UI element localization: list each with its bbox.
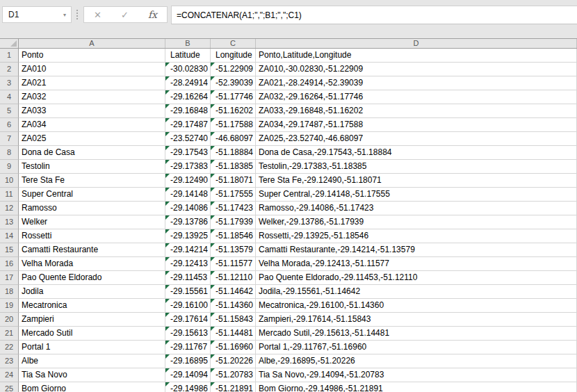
cell-D6[interactable]: ZA034,-29.17487,-51.17588 bbox=[256, 118, 577, 132]
cell-B12[interactable]: -29.14086 bbox=[165, 202, 211, 215]
cell-C24[interactable]: -51.20783 bbox=[211, 368, 256, 382]
row-header-17[interactable]: 17 bbox=[0, 271, 19, 285]
cell-A16[interactable]: Velha Morada bbox=[19, 257, 165, 271]
cell-C20[interactable]: -51.15843 bbox=[211, 313, 256, 327]
row-header-10[interactable]: 10 bbox=[0, 174, 19, 188]
row-header-2[interactable]: 2 bbox=[0, 63, 19, 76]
cell-B15[interactable]: -29.14214 bbox=[165, 243, 211, 257]
cell-D9[interactable]: Testolin,-29.17383,-51.18385 bbox=[256, 160, 577, 174]
cell-B13[interactable]: -29.13786 bbox=[165, 215, 211, 229]
cell-A15[interactable]: Camatti Restaurante bbox=[19, 243, 165, 257]
row-header-11[interactable]: 11 bbox=[0, 188, 19, 202]
cell-D15[interactable]: Camatti Restaurante,-29.14214,-51.13579 bbox=[256, 243, 577, 257]
cell-A6[interactable]: ZA034 bbox=[19, 118, 165, 132]
row-header-20[interactable]: 20 bbox=[0, 313, 19, 327]
cell-D8[interactable]: Dona de Casa,-29.17543,-51.18884 bbox=[256, 146, 577, 160]
cell-A8[interactable]: Dona de Casa bbox=[19, 146, 165, 160]
cell-B14[interactable]: -29.13925 bbox=[165, 229, 211, 243]
cell-B19[interactable]: -29.16100 bbox=[165, 299, 211, 313]
cell-D22[interactable]: Portal 1,-29.11767,-51.16960 bbox=[256, 341, 577, 354]
row-header-1[interactable]: 1 bbox=[0, 49, 19, 63]
cell-B5[interactable]: -29.16848 bbox=[165, 104, 211, 118]
row-header-21[interactable]: 21 bbox=[0, 327, 19, 341]
row-header-7[interactable]: 7 bbox=[0, 132, 19, 146]
cell-B6[interactable]: -29.17487 bbox=[165, 118, 211, 132]
cell-A24[interactable]: Tia Sa Novo bbox=[19, 368, 165, 382]
row-header-13[interactable]: 13 bbox=[0, 215, 19, 229]
cell-C11[interactable]: -51.17555 bbox=[211, 188, 256, 202]
cell-A7[interactable]: ZA025 bbox=[19, 132, 165, 146]
row-header-25[interactable]: 25 bbox=[0, 382, 19, 392]
cell-A21[interactable]: Mercado Sutil bbox=[19, 327, 165, 341]
column-header-D[interactable]: D bbox=[256, 39, 577, 48]
cell-C21[interactable]: -51.14481 bbox=[211, 327, 256, 341]
cell-A19[interactable]: Mecatronica bbox=[19, 299, 165, 313]
cell-A17[interactable]: Pao Quente Eldorado bbox=[19, 271, 165, 285]
cell-B20[interactable]: -29.17614 bbox=[165, 313, 211, 327]
row-header-23[interactable]: 23 bbox=[0, 354, 19, 368]
cell-C6[interactable]: -51.17588 bbox=[211, 118, 256, 132]
cell-B2[interactable]: -30.02830 bbox=[165, 63, 211, 76]
enter-icon[interactable]: ✓ bbox=[121, 10, 129, 19]
cell-A11[interactable]: Super Central bbox=[19, 188, 165, 202]
cell-D21[interactable]: Mercado Sutil,-29.15613,-51.14481 bbox=[256, 327, 577, 341]
row-header-15[interactable]: 15 bbox=[0, 243, 19, 257]
row-header-18[interactable]: 18 bbox=[0, 285, 19, 299]
row-header-9[interactable]: 9 bbox=[0, 160, 19, 174]
cell-D7[interactable]: ZA025,-23.52740,-46.68097 bbox=[256, 132, 577, 146]
cell-A13[interactable]: Welker bbox=[19, 215, 165, 229]
cell-A23[interactable]: Albe bbox=[19, 354, 165, 368]
cell-C9[interactable]: -51.18385 bbox=[211, 160, 256, 174]
cell-D3[interactable]: ZA021,-28.24914,-52.39039 bbox=[256, 76, 577, 90]
cell-B3[interactable]: -28.24914 bbox=[165, 76, 211, 90]
cell-A10[interactable]: Tere Sta Fe bbox=[19, 174, 165, 188]
cell-C12[interactable]: -51.17423 bbox=[211, 202, 256, 215]
cell-C15[interactable]: -51.13579 bbox=[211, 243, 256, 257]
cell-A1[interactable]: Ponto bbox=[19, 49, 165, 63]
row-header-5[interactable]: 5 bbox=[0, 104, 19, 118]
cell-A18[interactable]: Jodila bbox=[19, 285, 165, 299]
column-header-A[interactable]: A bbox=[19, 39, 165, 48]
cell-D25[interactable]: Bom Giorno,-29.14986,-51.21891 bbox=[256, 382, 577, 392]
row-header-3[interactable]: 3 bbox=[0, 76, 19, 90]
cell-C2[interactable]: -51.22909 bbox=[211, 63, 256, 76]
row-header-19[interactable]: 19 bbox=[0, 299, 19, 313]
cell-B1[interactable]: Latitude bbox=[165, 49, 211, 63]
cell-C13[interactable]: -51.17939 bbox=[211, 215, 256, 229]
cell-A3[interactable]: ZA021 bbox=[19, 76, 165, 90]
cell-C17[interactable]: -51.12110 bbox=[211, 271, 256, 285]
cell-B4[interactable]: -29.16264 bbox=[165, 90, 211, 104]
cell-B21[interactable]: -29.15613 bbox=[165, 327, 211, 341]
cell-C10[interactable]: -51.18071 bbox=[211, 174, 256, 188]
cell-A4[interactable]: ZA032 bbox=[19, 90, 165, 104]
name-box-splitter-handle[interactable] bbox=[76, 10, 78, 20]
cell-D4[interactable]: ZA032,-29.16264,-51.17746 bbox=[256, 90, 577, 104]
cell-B9[interactable]: -29.17383 bbox=[165, 160, 211, 174]
cell-D23[interactable]: Albe,-29.16895,-51.20226 bbox=[256, 354, 577, 368]
cancel-icon[interactable]: ✕ bbox=[94, 10, 101, 19]
row-header-6[interactable]: 6 bbox=[0, 118, 19, 132]
cell-A22[interactable]: Portal 1 bbox=[19, 341, 165, 354]
row-header-4[interactable]: 4 bbox=[0, 90, 19, 104]
cell-A20[interactable]: Zampieri bbox=[19, 313, 165, 327]
cell-B22[interactable]: -29.11767 bbox=[165, 341, 211, 354]
cell-A12[interactable]: Ramosso bbox=[19, 202, 165, 215]
cell-C19[interactable]: -51.14360 bbox=[211, 299, 256, 313]
cell-B18[interactable]: -29.15561 bbox=[165, 285, 211, 299]
cell-D12[interactable]: Ramosso,-29.14086,-51.17423 bbox=[256, 202, 577, 215]
name-box[interactable]: D1 ▾ bbox=[2, 6, 72, 23]
column-header-B[interactable]: B bbox=[165, 39, 211, 48]
cell-C7[interactable]: -46.68097 bbox=[211, 132, 256, 146]
cell-C22[interactable]: -51.16960 bbox=[211, 341, 256, 354]
cell-D18[interactable]: Jodila,-29.15561,-51.14642 bbox=[256, 285, 577, 299]
cell-B24[interactable]: -29.14094 bbox=[165, 368, 211, 382]
column-header-C[interactable]: C bbox=[211, 39, 256, 48]
row-header-24[interactable]: 24 bbox=[0, 368, 19, 382]
cell-B17[interactable]: -29.11453 bbox=[165, 271, 211, 285]
cell-D19[interactable]: Mecatronica,-29.16100,-51.14360 bbox=[256, 299, 577, 313]
cell-A2[interactable]: ZA010 bbox=[19, 63, 165, 76]
cell-C14[interactable]: -51.18546 bbox=[211, 229, 256, 243]
cell-A14[interactable]: Rossetti bbox=[19, 229, 165, 243]
row-header-16[interactable]: 16 bbox=[0, 257, 19, 271]
cell-C8[interactable]: -51.18884 bbox=[211, 146, 256, 160]
